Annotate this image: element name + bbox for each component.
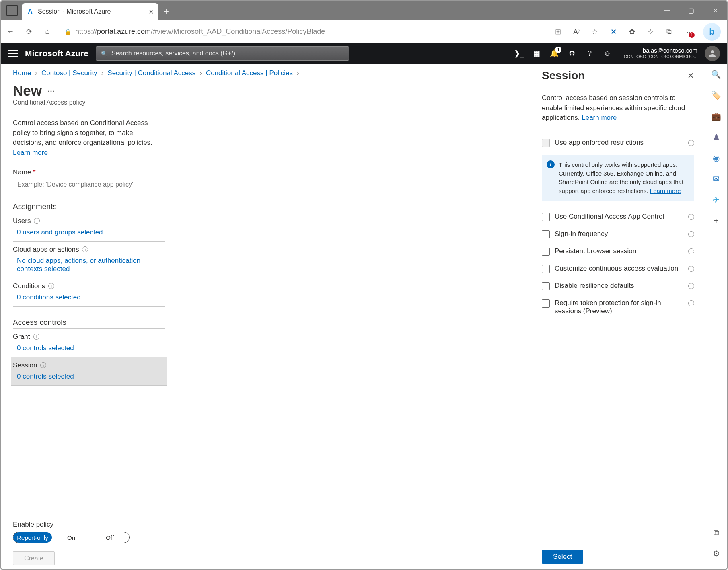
info-icon[interactable]: i — [688, 283, 694, 289]
read-aloud-icon[interactable]: A⁾ — [572, 27, 581, 37]
toggle-off[interactable]: Off — [90, 532, 129, 543]
create-button[interactable]: Create — [13, 551, 55, 565]
help-icon[interactable]: ? — [584, 48, 595, 59]
checkbox[interactable] — [542, 230, 550, 238]
panel-toggle-icon[interactable]: ⧉ — [711, 527, 722, 538]
conditions-value-link[interactable]: 0 conditions selected — [13, 293, 165, 301]
portal-menu-button[interactable] — [8, 50, 18, 57]
access-controls-heading: Access controls — [13, 318, 165, 329]
home-button[interactable]: ⌂ — [42, 26, 53, 37]
chk-ca-app-control-row[interactable]: Use Conditional Access App Control i — [542, 208, 694, 226]
settings-icon[interactable]: ⚙ — [567, 48, 577, 59]
close-tab-icon[interactable]: ✕ — [148, 8, 154, 16]
browser-tab[interactable]: A Session - Microsoft Azure ✕ — [22, 3, 158, 20]
more-options-button[interactable]: ⋯ — [47, 86, 55, 95]
chk-persistent-row[interactable]: Persistent browser session i — [542, 243, 694, 260]
breadcrumb-home[interactable]: Home — [13, 69, 31, 77]
main-column: Home › Contoso | Security › Security | C… — [1, 64, 531, 569]
breadcrumb-policies[interactable]: Conditional Access | Policies — [206, 69, 293, 77]
info-icon[interactable]: i — [688, 266, 694, 272]
checkbox[interactable] — [542, 248, 550, 256]
more-menu-button[interactable]: ⋯1 — [683, 27, 692, 37]
info-icon[interactable]: i — [40, 362, 46, 368]
more-badge: 1 — [689, 32, 695, 38]
chk-token-row[interactable]: Require token protection for sign-in ses… — [542, 295, 694, 320]
conditions-config[interactable]: Conditions i 0 conditions selected — [13, 278, 165, 307]
info-icon[interactable]: i — [688, 140, 694, 146]
collections-icon[interactable]: ⧉ — [664, 27, 674, 37]
outlook-icon[interactable]: ✉ — [711, 174, 722, 184]
cloud-shell-icon[interactable]: ❯_ — [514, 48, 524, 59]
checkbox[interactable] — [542, 282, 550, 290]
tab-title: Session - Microsoft Azure — [38, 8, 144, 15]
games-icon[interactable]: ♟ — [711, 132, 722, 142]
info-icon[interactable]: i — [688, 300, 694, 306]
info-learn-more-link[interactable]: Learn more — [650, 187, 681, 194]
notifications-icon[interactable]: 🔔1 — [549, 48, 559, 59]
learn-more-link[interactable]: Learn more — [13, 149, 48, 156]
checkbox[interactable] — [542, 213, 550, 221]
directories-icon[interactable]: ▦ — [531, 48, 542, 59]
avatar[interactable] — [705, 46, 720, 61]
tabs-button[interactable] — [6, 5, 18, 16]
extensions-icon[interactable]: ✿ — [627, 27, 637, 37]
feedback-icon[interactable]: ☺ — [602, 48, 613, 59]
azure-logo[interactable]: Microsoft Azure — [25, 49, 88, 58]
back-button[interactable]: ← — [5, 26, 16, 37]
enable-policy-toggle[interactable]: Report-only On Off — [13, 532, 130, 543]
bing-chat-button[interactable]: b — [703, 23, 721, 41]
panel-learn-more-link[interactable]: Learn more — [582, 114, 617, 121]
page-subtitle: Conditional Access policy — [13, 99, 523, 106]
azure-search[interactable]: 🔍 — [96, 46, 349, 61]
favorites-bar-icon[interactable]: ✧ — [646, 27, 655, 37]
toggle-on[interactable]: On — [52, 532, 90, 543]
favorite-icon[interactable]: ☆ — [590, 27, 600, 37]
office-icon[interactable]: ◉ — [711, 153, 722, 163]
session-value-link[interactable]: 0 controls selected — [13, 373, 165, 381]
add-icon[interactable]: + — [711, 215, 722, 226]
search-icon[interactable]: 🔍 — [711, 69, 722, 80]
chk-app-enforced-row[interactable]: Use app enforced restrictions i — [542, 134, 694, 152]
chk-resilience-row[interactable]: Disable resilience defaults i — [542, 277, 694, 295]
azure-search-input[interactable] — [111, 50, 344, 57]
checkbox[interactable] — [542, 299, 550, 308]
checkbox[interactable] — [542, 265, 550, 273]
refresh-button[interactable]: ⟳ — [23, 26, 35, 37]
policy-name-input[interactable] — [13, 178, 165, 191]
users-value-link[interactable]: 0 users and groups selected — [13, 228, 165, 236]
chk-cce-row[interactable]: Customize continuous access evaluation i — [542, 260, 694, 277]
apps-icon[interactable]: ⊞ — [553, 27, 563, 37]
checkbox[interactable] — [542, 139, 550, 147]
info-icon[interactable]: i — [688, 231, 694, 237]
info-icon[interactable]: i — [48, 283, 54, 289]
close-window-button[interactable]: ✕ — [703, 1, 727, 20]
info-icon[interactable]: i — [34, 218, 40, 224]
cloud-apps-config[interactable]: Cloud apps or actions i No cloud apps, a… — [13, 242, 165, 278]
azure-favicon: A — [27, 8, 34, 15]
minimize-button[interactable]: — — [655, 1, 679, 20]
breadcrumb-contoso-security[interactable]: Contoso | Security — [41, 69, 97, 77]
users-config[interactable]: Users i 0 users and groups selected — [13, 213, 165, 242]
breadcrumb-conditional-access[interactable]: Security | Conditional Access — [107, 69, 195, 77]
info-icon[interactable]: i — [82, 246, 88, 252]
settings-gear-icon[interactable]: ⚙ — [711, 548, 722, 559]
panel-close-button[interactable]: ✕ — [687, 71, 694, 80]
info-icon[interactable]: i — [688, 248, 694, 254]
apps-value-link[interactable]: No cloud apps, actions, or authenticatio… — [13, 257, 142, 273]
ext-x-icon[interactable]: ✕ — [609, 27, 618, 37]
session-config[interactable]: Session i 0 controls selected — [11, 357, 167, 386]
new-tab-button[interactable]: + — [163, 6, 169, 17]
grant-value-link[interactable]: 0 controls selected — [13, 344, 165, 352]
info-icon[interactable]: i — [33, 334, 39, 340]
shopping-icon[interactable]: 🏷️ — [711, 90, 722, 100]
grant-config[interactable]: Grant i 0 controls selected — [13, 329, 165, 357]
chk-signin-freq-row[interactable]: Sign-in frequency i — [542, 226, 694, 243]
maximize-button[interactable]: ▢ — [679, 1, 703, 20]
user-info[interactable]: balas@contoso.com CONTOSO (CONTOSO.ONMIC… — [624, 47, 697, 59]
info-icon[interactable]: i — [688, 214, 694, 220]
toggle-report-only[interactable]: Report-only — [13, 532, 52, 543]
select-button[interactable]: Select — [542, 550, 583, 564]
url-bar[interactable]: 🔒 https://portal.azure.com/#view/Microso… — [60, 24, 546, 39]
tools-icon[interactable]: 💼 — [711, 111, 722, 121]
send-icon[interactable]: ✈ — [711, 195, 722, 205]
